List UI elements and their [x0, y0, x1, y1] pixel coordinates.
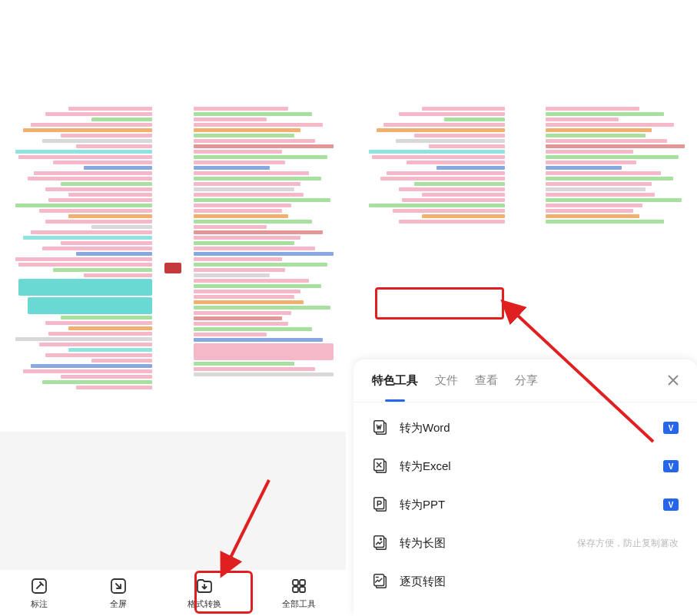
convert-ppt-label: 转为PPT [400, 498, 652, 512]
sheet-tabs: 特色工具 文件 查看 分享 [353, 373, 697, 402]
folder-download-icon [195, 577, 214, 595]
all-tools-label: 全部工具 [282, 598, 316, 610]
format-convert-button[interactable]: 格式转换 [180, 574, 229, 613]
left-panel: 标注 全屏 格式转换 [0, 0, 346, 616]
annotate-button[interactable]: 标注 [22, 574, 56, 613]
svg-rect-2 [293, 580, 298, 585]
highlight-convert-word [375, 287, 504, 320]
mindmap-thumbnail [0, 104, 346, 432]
format-convert-label: 格式转换 [188, 598, 221, 610]
close-icon[interactable] [665, 372, 682, 389]
excel-icon [372, 458, 389, 475]
long-image-icon [372, 535, 389, 551]
tab-featured-tools[interactable]: 特色工具 [372, 373, 418, 392]
convert-long-image-label: 转为长图 [400, 536, 566, 551]
tab-file[interactable]: 文件 [435, 373, 458, 392]
tab-view[interactable]: 查看 [475, 373, 498, 392]
convert-long-image-hint: 保存方便，防止复制篡改 [577, 537, 679, 550]
per-page-image-icon [372, 573, 389, 590]
annotate-label: 标注 [31, 598, 48, 610]
tools-sheet: 特色工具 文件 查看 分享 转为Word V [353, 359, 697, 616]
tab-share[interactable]: 分享 [515, 373, 538, 392]
svg-rect-5 [300, 587, 305, 592]
sheet-list: 转为Word V 转为Excel V [353, 402, 697, 607]
fullscreen-button[interactable]: 全屏 [101, 574, 135, 613]
svg-rect-3 [300, 580, 305, 585]
all-tools-button[interactable]: 全部工具 [274, 574, 324, 613]
ppt-icon [372, 496, 389, 513]
convert-ppt-item[interactable]: 转为PPT V [353, 485, 697, 524]
bottom-toolbar: 标注 全屏 格式转换 [0, 570, 346, 616]
vip-badge-icon: V [663, 422, 679, 434]
grid-icon [290, 577, 308, 595]
blank-bottom [0, 432, 346, 570]
fullscreen-label: 全屏 [110, 598, 127, 610]
svg-rect-16 [374, 575, 384, 586]
convert-word-label: 转为Word [400, 421, 652, 436]
svg-rect-4 [293, 587, 298, 592]
vip-badge-icon: V [663, 498, 679, 511]
word-icon [372, 419, 389, 436]
convert-long-image-item[interactable]: 转为长图 保存方便，防止复制篡改 [353, 524, 697, 562]
convert-per-page-item[interactable]: 逐页转图 [353, 562, 697, 601]
convert-word-item[interactable]: 转为Word V [353, 409, 697, 447]
vip-badge-icon: V [663, 460, 679, 472]
convert-excel-item[interactable]: 转为Excel V [353, 447, 697, 485]
convert-excel-label: 转为Excel [400, 459, 652, 474]
svg-rect-13 [374, 536, 384, 548]
mindmap-thumbnail-right [353, 104, 697, 242]
fullscreen-icon [109, 577, 128, 595]
svg-rect-11 [374, 498, 384, 509]
convert-per-page-label: 逐页转图 [400, 575, 679, 589]
edit-icon [30, 577, 48, 595]
